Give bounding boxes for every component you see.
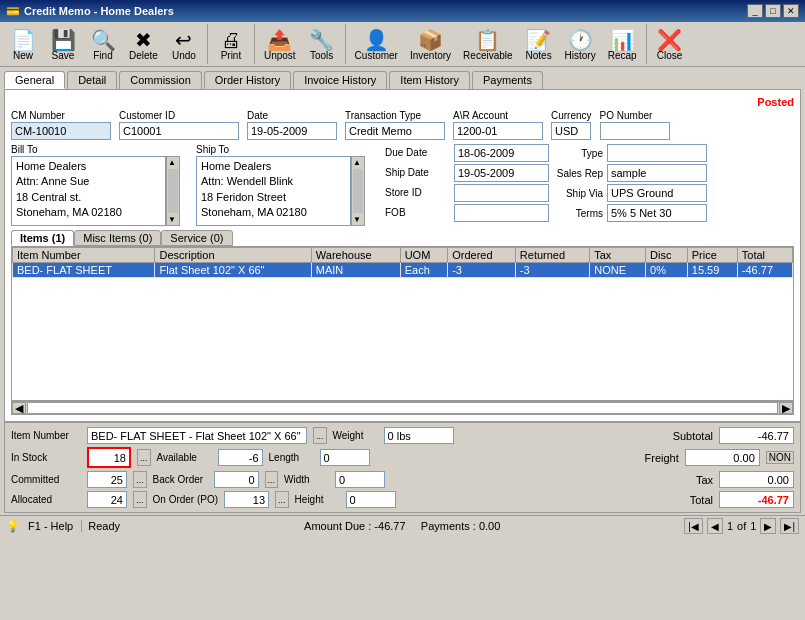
fob-input[interactable] [454,204,549,222]
weight-label: Weight [333,430,378,441]
bill-to-scroll-up[interactable]: ▲ [167,157,179,168]
minimize-button[interactable]: _ [747,4,763,18]
col-tax: Tax [590,248,646,263]
ship-via-input[interactable] [607,184,707,202]
nav-last-button[interactable]: ▶| [780,518,799,534]
sales-rep-input[interactable] [607,164,707,182]
item-number-bottom-input[interactable] [87,427,307,444]
notes-button[interactable]: 📝 Notes [520,27,558,64]
subtotal-label: Subtotal [653,430,713,442]
misc-items-sub-tab[interactable]: Misc Items (0) [74,230,161,246]
item-number-ellipsis-btn[interactable]: ... [313,427,327,444]
commission-tab[interactable]: Commission [119,71,202,89]
tools-icon: 🔧 [309,30,334,50]
recap-button[interactable]: 📊 Recap [603,27,642,64]
nav-prev-button[interactable]: ◀ [707,518,723,534]
allocated-input[interactable] [87,491,127,508]
ship-date-label: Ship Date [385,167,450,178]
items-table-container[interactable]: Item Number Description Warehouse UOM Or… [11,246,794,401]
scroll-left-btn[interactable]: ◀ [12,402,26,414]
weight-input[interactable] [384,427,454,444]
table-row[interactable]: BED- FLAT SHEET Flat Sheet 102" X 66" MA… [13,263,793,278]
find-button[interactable]: 🔍 Find [84,27,122,64]
item-history-tab[interactable]: Item History [389,71,470,89]
col-price: Price [687,248,737,263]
freight-input[interactable] [685,449,760,466]
customer-button[interactable]: 👤 Customer [350,27,403,64]
store-id-input[interactable] [454,184,549,202]
height-input[interactable] [346,491,396,508]
new-button[interactable]: 📄 New [4,27,42,64]
main-content: Posted CM Number Customer ID Date Transa… [4,89,801,422]
cm-number-input[interactable] [11,122,111,140]
date-field: Date [247,110,337,140]
detail-tab[interactable]: Detail [67,71,117,89]
print-button[interactable]: 🖨 Print [212,27,250,64]
delete-button[interactable]: ✖ Delete [124,27,163,64]
subtotal-input[interactable] [719,427,794,444]
ar-account-input[interactable] [453,122,543,140]
payments-tab[interactable]: Payments [472,71,543,89]
horizontal-scrollbar[interactable]: ◀ ▶ [11,401,794,415]
toolbar: 📄 New 💾 Save 🔍 Find ✖ Delete ↩ Undo 🖨 Pr… [0,22,805,67]
date-input[interactable] [247,122,337,140]
allocated-ellipsis-btn[interactable]: ... [133,491,147,508]
bill-to-scroll-down[interactable]: ▼ [167,214,179,225]
nav-first-button[interactable]: |◀ [684,518,703,534]
service-sub-tab[interactable]: Service (0) [161,230,232,246]
items-sub-tab[interactable]: Items (1) [11,230,74,246]
type-input[interactable] [607,144,707,162]
close-window-button[interactable]: ✕ [783,4,799,18]
currency-input[interactable] [551,122,591,140]
cell-item-number: BED- FLAT SHEET [13,263,155,278]
available-input[interactable] [218,449,263,466]
close-button[interactable]: ❌ Close [651,27,689,64]
help-text: F1 - Help [28,520,73,532]
amount-due-text: Amount Due : -46.77 [304,520,406,532]
committed-ellipsis-btn[interactable]: ... [133,471,147,488]
transaction-type-input[interactable] [345,122,445,140]
on-order-input[interactable] [224,491,269,508]
general-tab[interactable]: General [4,71,65,89]
cm-number-field: CM Number [11,110,111,140]
terms-input[interactable] [607,204,707,222]
posted-badge: Posted [11,96,794,108]
cell-ordered: -3 [448,263,516,278]
back-order-ellipsis-btn[interactable]: ... [265,471,279,488]
ship-to-scroll-down[interactable]: ▼ [352,214,364,225]
customer-id-input[interactable] [119,122,239,140]
maximize-button[interactable]: □ [765,4,781,18]
delete-icon: ✖ [135,30,152,50]
cell-description: Flat Sheet 102" X 66" [155,263,311,278]
due-date-input[interactable] [454,144,549,162]
in-stock-ellipsis-btn[interactable]: ... [137,449,151,466]
total-pages: 1 [750,520,756,532]
ship-date-input[interactable] [454,164,549,182]
nav-next-button[interactable]: ▶ [760,518,776,534]
cell-total: -46.77 [737,263,792,278]
length-input[interactable] [320,449,370,466]
width-input[interactable] [335,471,385,488]
unpost-button[interactable]: 📤 Unpost [259,27,301,64]
history-icon: 🕐 [568,30,593,50]
save-button[interactable]: 💾 Save [44,27,82,64]
in-stock-input[interactable] [89,449,129,466]
inventory-button[interactable]: 📦 Inventory [405,27,456,64]
order-history-tab[interactable]: Order History [204,71,291,89]
scroll-right-btn[interactable]: ▶ [779,402,793,414]
receivable-button[interactable]: 📋 Receivable [458,27,517,64]
on-order-ellipsis-btn[interactable]: ... [275,491,289,508]
tools-button[interactable]: 🔧 Tools [303,27,341,64]
undo-button[interactable]: ↩ Undo [165,27,203,64]
committed-input[interactable] [87,471,127,488]
save-icon: 💾 [51,30,76,50]
history-button[interactable]: 🕐 History [560,27,601,64]
tax-input[interactable] [719,471,794,488]
total-input[interactable] [719,491,794,508]
bill-to-line-1: Home Dealers [16,159,161,174]
ar-account-label: A\R Account [453,110,543,121]
invoice-history-tab[interactable]: Invoice History [293,71,387,89]
back-order-input[interactable] [214,471,259,488]
ship-to-scroll-up[interactable]: ▲ [352,157,364,168]
po-number-input[interactable] [600,122,670,140]
